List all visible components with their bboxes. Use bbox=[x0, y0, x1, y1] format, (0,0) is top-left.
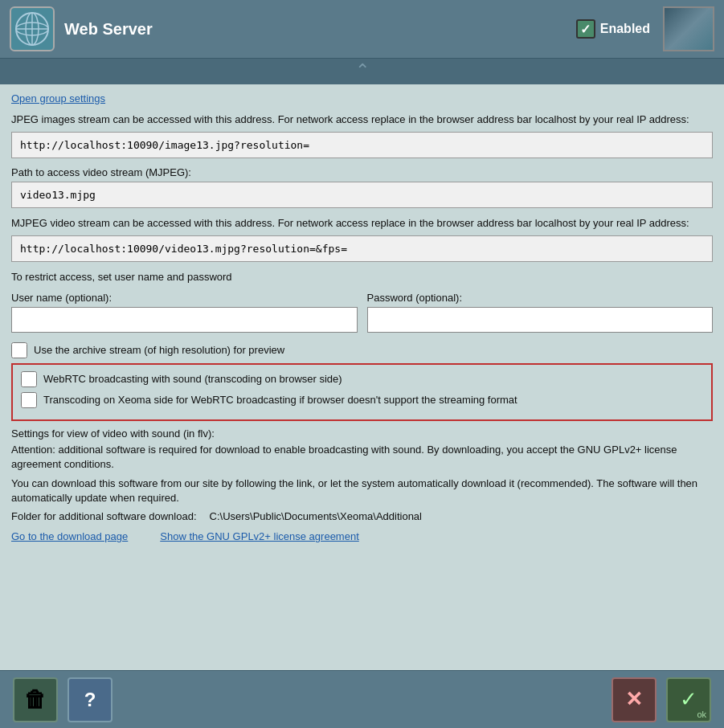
download-page-link[interactable]: Go to the download page bbox=[11, 530, 128, 542]
enabled-section: ✓ Enabled bbox=[576, 19, 650, 39]
password-label: Password (optional): bbox=[367, 292, 714, 304]
password-input[interactable] bbox=[367, 307, 714, 333]
toolbar-left: 🗑 ? bbox=[13, 677, 112, 722]
main-content: Open group settings JPEG images stream c… bbox=[0, 84, 724, 697]
open-group-settings-link[interactable]: Open group settings bbox=[11, 92, 713, 104]
ok-button-inner: ✓ ok bbox=[668, 679, 710, 721]
license-link[interactable]: Show the GNU GPLv2+ license agreement bbox=[160, 530, 359, 542]
cancel-icon: ✕ bbox=[625, 687, 643, 712]
webrtc-row: WebRTC broadcasting with sound (transcod… bbox=[21, 371, 703, 387]
attention-text: Attention: additional software is requir… bbox=[11, 443, 713, 472]
flv-settings-label: Settings for view of video with sound (i… bbox=[11, 427, 713, 440]
ok-button[interactable]: ✓ ok bbox=[666, 677, 711, 722]
enabled-checkbox[interactable]: ✓ bbox=[576, 19, 595, 39]
webrtc-group: WebRTC broadcasting with sound (transcod… bbox=[11, 363, 713, 421]
header: Web Server ✓ Enabled bbox=[0, 0, 724, 59]
username-label: User name (optional): bbox=[11, 292, 358, 304]
jpeg-stream-url[interactable]: http://localhost:10090/image13.jpg?resol… bbox=[11, 132, 713, 158]
archive-stream-label[interactable]: Use the archive stream (of high resoluti… bbox=[34, 344, 284, 356]
webrtc-checkbox[interactable] bbox=[21, 371, 37, 387]
mjpeg-path-label: Path to access video stream (MJPEG): bbox=[11, 166, 713, 178]
archive-stream-checkbox[interactable] bbox=[11, 342, 27, 358]
restrict-access-label: To restrict access, set user name and pa… bbox=[11, 270, 713, 284]
folder-path: C:\Users\Public\Documents\Xeoma\Addition… bbox=[210, 510, 422, 522]
help-icon: ? bbox=[84, 689, 96, 711]
mjpeg-path-field[interactable]: video13.mjpg bbox=[11, 182, 713, 208]
toolbar-right: ✕ ✓ ok bbox=[612, 677, 711, 722]
credentials-section: User name (optional): Password (optional… bbox=[11, 292, 713, 333]
app-logo bbox=[10, 6, 55, 51]
help-button[interactable]: ? bbox=[67, 677, 112, 722]
folder-label: Folder for additional software download: bbox=[11, 510, 197, 522]
folder-row: Folder for additional software download:… bbox=[11, 510, 713, 522]
ok-check-icon: ✓ bbox=[680, 687, 697, 712]
mjpeg-stream-url[interactable]: http://localhost:10090/video13.mjpg?reso… bbox=[11, 235, 713, 262]
mjpeg-stream-info: MJPEG video stream can be accessed with … bbox=[11, 216, 713, 231]
trash-icon: 🗑 bbox=[24, 686, 47, 713]
links-row: Go to the download page Show the GNU GPL… bbox=[11, 530, 713, 542]
username-col: User name (optional): bbox=[11, 292, 358, 333]
jpeg-stream-info: JPEG images stream can be accessed with … bbox=[11, 112, 713, 127]
webrtc-label[interactable]: WebRTC broadcasting with sound (transcod… bbox=[43, 373, 342, 385]
archive-stream-row: Use the archive stream (of high resoluti… bbox=[11, 342, 713, 358]
ok-label: ok bbox=[697, 710, 706, 719]
trash-button[interactable]: 🗑 bbox=[13, 677, 58, 722]
cancel-button[interactable]: ✕ bbox=[612, 677, 657, 722]
scroll-up-chevron[interactable]: ⌃ bbox=[0, 59, 724, 83]
transcoding-checkbox[interactable] bbox=[21, 392, 37, 408]
camera-thumbnail bbox=[663, 6, 714, 51]
app-title: Web Server bbox=[64, 20, 576, 39]
enabled-label: Enabled bbox=[600, 22, 650, 36]
download-info-text: You can download this software from our … bbox=[11, 476, 713, 505]
password-col: Password (optional): bbox=[367, 292, 714, 333]
bottom-toolbar: 🗑 ? ✕ ✓ ok bbox=[0, 670, 724, 728]
transcoding-label[interactable]: Transcoding on Xeoma side for WebRTC bro… bbox=[43, 394, 517, 406]
username-input[interactable] bbox=[11, 307, 358, 333]
transcoding-row: Transcoding on Xeoma side for WebRTC bro… bbox=[21, 392, 703, 408]
